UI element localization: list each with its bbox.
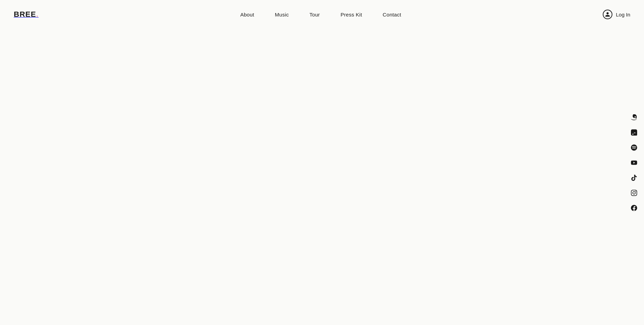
- main-content: [0, 0, 644, 296]
- nav-about[interactable]: About: [240, 12, 254, 18]
- instagram-icon[interactable]: [630, 189, 638, 197]
- youtube-icon[interactable]: [630, 159, 638, 166]
- amazon-icon[interactable]: [630, 114, 638, 121]
- login-button[interactable]: Log In: [603, 10, 630, 19]
- nav-press-kit[interactable]: Press Kit: [341, 12, 362, 18]
- logo-text: BREE.: [14, 10, 38, 19]
- nav-music[interactable]: Music: [275, 12, 289, 18]
- logo[interactable]: BREE.: [14, 10, 38, 19]
- spotify-icon[interactable]: [630, 144, 638, 151]
- nav-tour[interactable]: Tour: [310, 12, 320, 18]
- social-sidebar: [630, 114, 638, 212]
- account-icon: [603, 10, 612, 19]
- header: BREE. About Music Tour Press Kit Contact…: [0, 0, 644, 29]
- tiktok-icon[interactable]: [630, 174, 638, 182]
- main-nav: About Music Tour Press Kit Contact: [240, 12, 401, 18]
- facebook-icon[interactable]: [630, 204, 638, 212]
- apple-music-icon[interactable]: [630, 129, 638, 136]
- login-label: Log In: [616, 12, 630, 18]
- nav-contact[interactable]: Contact: [383, 12, 401, 18]
